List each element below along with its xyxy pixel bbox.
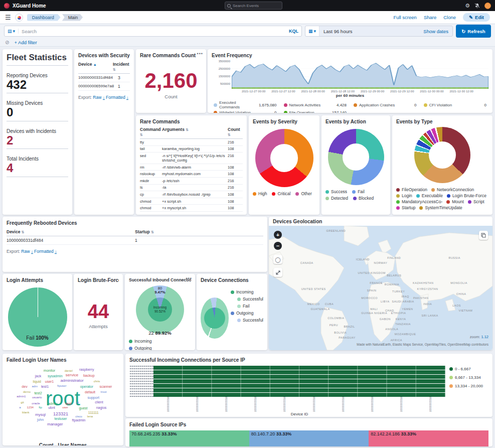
legend-item[interactable]: Successful bbox=[237, 296, 263, 302]
column-header-count[interactable]: Count ⇅ bbox=[228, 127, 243, 137]
word-cloud-word[interactable]: admin bbox=[48, 401, 58, 405]
word-cloud-word[interactable]: 1234 bbox=[27, 406, 34, 409]
clone-link[interactable]: Clone bbox=[443, 15, 456, 20]
menu-hamburger-icon[interactable]: ☰ bbox=[5, 14, 11, 21]
filter-disabled-icon[interactable]: ⊘ bbox=[5, 40, 9, 45]
word-cloud-word[interactable]: 123321 bbox=[53, 411, 68, 416]
word-cloud-word[interactable]: lena bbox=[87, 415, 93, 418]
world-map[interactable]: GREENLANDICELANDCANADANORWAYFINLANDRUSSI… bbox=[269, 226, 492, 350]
legend-item[interactable]: Outgoing bbox=[231, 311, 263, 316]
legend-item[interactable]: Executed Commands 1,675,080 bbox=[214, 100, 277, 109]
export-formatted-link[interactable]: Formatted ↓ bbox=[34, 249, 57, 254]
legend-item[interactable]: FileOperation bbox=[396, 187, 427, 192]
legend-item[interactable]: Network Activities 4,428 bbox=[284, 100, 347, 109]
events-by-action-donut[interactable] bbox=[328, 129, 384, 185]
word-cloud-word[interactable]: test2 bbox=[34, 391, 42, 394]
word-cloud-word[interactable]: liquid bbox=[33, 380, 41, 383]
map-timeslider-button[interactable]: ◯ bbox=[273, 255, 282, 264]
word-cloud-word[interactable]: raspberry bbox=[79, 368, 94, 371]
word-cloud-word[interactable]: cisco bbox=[75, 415, 82, 418]
legend-item[interactable]: File Operation 157,140 bbox=[284, 110, 347, 113]
legend-item[interactable]: Other bbox=[295, 191, 311, 196]
word-cloud-word[interactable]: mysql bbox=[35, 413, 46, 417]
time-range-value[interactable]: Last 96 hours bbox=[319, 29, 423, 34]
space-avatar-icon[interactable] bbox=[15, 14, 23, 22]
word-cloud-word[interactable]: guest bbox=[79, 406, 87, 410]
word-cloud-word[interactable]: jack bbox=[35, 374, 41, 378]
word-cloud-word[interactable]: pi bbox=[76, 401, 79, 404]
legend-item[interactable]: MandatoryAccessCo- bbox=[396, 199, 442, 204]
legend-item[interactable]: Success bbox=[325, 189, 347, 194]
export-formatted-link[interactable]: Formatted ↓ bbox=[106, 95, 128, 100]
treemap-segment[interactable]: 70.68.245.235 33.33% bbox=[129, 430, 249, 446]
word-cloud-word[interactable]: blank bbox=[22, 411, 29, 414]
column-header-command[interactable]: Command ⇅ bbox=[140, 127, 162, 137]
map-attribution[interactable]: Made with NaturalEarth, Elastic Maps Ser… bbox=[357, 343, 488, 346]
legend-item[interactable]: Script bbox=[468, 199, 484, 204]
map-zoom-out-button[interactable]: − bbox=[274, 242, 282, 250]
add-filter-link[interactable]: + Add filter bbox=[14, 40, 37, 45]
global-search-input[interactable] bbox=[233, 4, 280, 8]
word-cloud-word[interactable]: ubnt bbox=[48, 406, 55, 409]
legend-item[interactable]: Detected bbox=[325, 196, 348, 201]
word-cloud-word[interactable]: user bbox=[62, 406, 68, 409]
word-cloud-word[interactable]: admin1 bbox=[17, 395, 26, 398]
app-logo-icon[interactable] bbox=[4, 3, 10, 9]
word-cloud-word[interactable]: a bbox=[19, 406, 21, 409]
legend-item[interactable]: Critical bbox=[272, 191, 290, 196]
legend-item[interactable]: Whitelist Violation 0 bbox=[214, 110, 277, 113]
word-cloud-word[interactable]: ftp bbox=[39, 406, 42, 409]
full-screen-link[interactable]: Full screen bbox=[393, 15, 416, 20]
treemap-segment[interactable]: 82.142.24.186 33.33% bbox=[369, 430, 488, 446]
map-expand-button[interactable] bbox=[273, 268, 282, 277]
legend-item[interactable]: Login Brute-Force bbox=[447, 193, 486, 198]
legend-item[interactable]: Application Crashes 0 bbox=[354, 100, 417, 109]
word-cloud-word[interactable]: client bbox=[95, 400, 103, 403]
word-cloud-word[interactable]: oracle bbox=[32, 402, 40, 405]
column-header-arguments[interactable]: Arguments ⇅ bbox=[162, 127, 228, 137]
device-connections-sunburst-inner[interactable] bbox=[204, 308, 225, 329]
events-by-severity-donut[interactable] bbox=[255, 129, 313, 187]
refresh-button[interactable]: ↻Refresh bbox=[456, 25, 491, 38]
word-cloud-word[interactable]: user1 bbox=[45, 380, 54, 383]
event-frequency-plot[interactable] bbox=[232, 61, 488, 89]
kql-search-box[interactable]: ▤ ▾ KQL bbox=[4, 26, 302, 37]
word-cloud-word[interactable]: service bbox=[66, 373, 78, 377]
legend-item[interactable]: Blocked bbox=[353, 196, 374, 201]
word-cloud-word[interactable]: usuario bbox=[32, 396, 42, 399]
column-header-incident[interactable]: Incident ⇅ bbox=[113, 62, 130, 72]
map-layers-button[interactable] bbox=[479, 231, 488, 240]
legend-item[interactable]: 13,334 - 20,000 bbox=[449, 384, 488, 388]
legend-item[interactable]: Startup bbox=[396, 205, 415, 210]
word-cloud-word[interactable]: scanner bbox=[100, 385, 112, 388]
word-cloud-word[interactable]: git bbox=[21, 401, 24, 404]
word-cloud-word[interactable]: manager bbox=[47, 422, 63, 426]
inbound-sunburst-inner[interactable]: Incoming 90.52% bbox=[148, 297, 172, 322]
legend-item[interactable]: CFI Violation 0 bbox=[424, 100, 487, 109]
kql-label[interactable]: KQL bbox=[289, 29, 298, 34]
word-cloud-word[interactable]: daniel bbox=[65, 369, 73, 372]
legend-item[interactable]: 6,667 - 13,334 bbox=[449, 375, 488, 380]
word-cloud-word[interactable]: ftpadmin bbox=[72, 418, 86, 422]
legend-item[interactable]: Incoming bbox=[129, 339, 191, 344]
alerts-bell-icon[interactable] bbox=[474, 3, 480, 9]
word-cloud-word[interactable]: ftpuser bbox=[57, 384, 66, 387]
legend-item[interactable]: Login bbox=[396, 193, 412, 198]
legend-item[interactable]: 0 - 6,667 bbox=[449, 367, 488, 371]
legend-item[interactable]: NetworkConnection bbox=[431, 187, 474, 192]
word-cloud-word[interactable]: chris bbox=[94, 380, 100, 383]
word-cloud-word[interactable]: dev bbox=[22, 385, 27, 388]
legend-item[interactable]: High bbox=[253, 191, 267, 196]
legend-item[interactable]: Fail bbox=[352, 189, 365, 194]
saved-query-icon[interactable]: ▤ ▾ bbox=[8, 29, 19, 34]
device-connections-sunburst-outer[interactable] bbox=[201, 297, 229, 339]
word-cloud-word[interactable]: nagios bbox=[96, 406, 107, 409]
global-search[interactable] bbox=[225, 2, 282, 10]
user-avatar[interactable] bbox=[484, 3, 491, 9]
word-cloud-word[interactable]: 111111 bbox=[88, 410, 99, 414]
column-header-startup[interactable]: Startup ⇅ bbox=[135, 229, 263, 234]
share-link[interactable]: Share bbox=[424, 15, 436, 20]
word-cloud-word[interactable]: trout bbox=[100, 390, 106, 393]
word-cloud-word[interactable]: backup bbox=[83, 373, 95, 377]
word-cloud-word[interactable]: support bbox=[88, 396, 99, 399]
